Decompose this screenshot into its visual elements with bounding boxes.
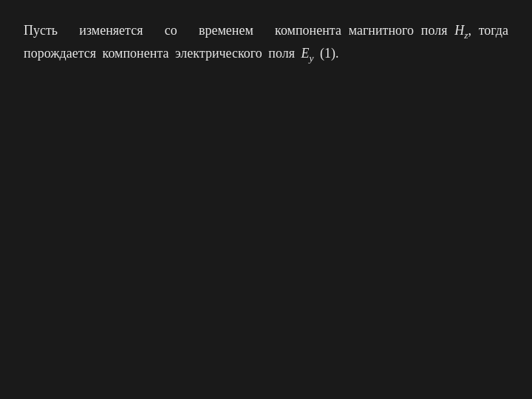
content-area: Пусть изменяется со временем компонента … xyxy=(0,0,532,399)
main-paragraph: Пусть изменяется со временем компонента … xyxy=(24,21,508,66)
hz-symbol: Hz xyxy=(454,23,468,38)
ey-symbol: Ey xyxy=(301,46,313,61)
text-part1: Пусть изменяется со временем компонента … xyxy=(24,23,454,38)
text-part3: (1). xyxy=(313,46,338,61)
